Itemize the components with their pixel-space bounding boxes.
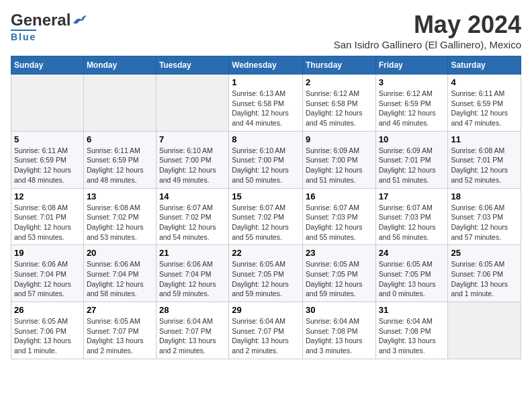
logo-general: General (11, 11, 71, 30)
calendar-cell: 18Sunrise: 6:06 AMSunset: 7:03 PMDayligh… (448, 188, 521, 245)
logo: General Blue (11, 11, 87, 42)
day-number: 30 (306, 305, 373, 315)
day-number: 22 (232, 248, 300, 258)
calendar-cell: 16Sunrise: 6:07 AMSunset: 7:03 PMDayligh… (302, 188, 375, 245)
header-saturday: Saturday (448, 56, 521, 75)
day-number: 11 (451, 134, 518, 144)
day-number: 29 (232, 305, 300, 315)
day-number: 12 (14, 191, 81, 201)
day-info: Sunrise: 6:10 AMSunset: 7:00 PMDaylight:… (159, 146, 226, 185)
calendar-cell: 2Sunrise: 6:12 AMSunset: 6:58 PMDaylight… (302, 75, 375, 132)
day-number: 28 (159, 305, 226, 315)
calendar-cell: 8Sunrise: 6:10 AMSunset: 7:00 PMDaylight… (229, 131, 303, 188)
day-number: 21 (159, 248, 226, 258)
calendar-week-2: 5Sunrise: 6:11 AMSunset: 6:59 PMDaylight… (11, 131, 521, 188)
calendar-cell: 27Sunrise: 6:05 AMSunset: 7:07 PMDayligh… (83, 302, 156, 359)
calendar-cell: 24Sunrise: 6:05 AMSunset: 7:05 PMDayligh… (375, 245, 448, 302)
calendar-cell: 15Sunrise: 6:07 AMSunset: 7:02 PMDayligh… (229, 188, 303, 245)
day-info: Sunrise: 6:09 AMSunset: 7:01 PMDaylight:… (379, 146, 445, 185)
calendar-cell: 11Sunrise: 6:08 AMSunset: 7:01 PMDayligh… (448, 131, 521, 188)
day-info: Sunrise: 6:04 AMSunset: 7:07 PMDaylight:… (159, 316, 226, 356)
calendar-cell: 10Sunrise: 6:09 AMSunset: 7:01 PMDayligh… (375, 131, 448, 188)
header-wednesday: Wednesday (229, 56, 303, 75)
calendar-cell: 3Sunrise: 6:12 AMSunset: 6:59 PMDaylight… (375, 75, 448, 132)
day-info: Sunrise: 6:09 AMSunset: 7:00 PMDaylight:… (306, 146, 373, 185)
day-info: Sunrise: 6:05 AMSunset: 7:05 PMDaylight:… (379, 259, 445, 299)
header-friday: Friday (375, 56, 448, 75)
day-info: Sunrise: 6:13 AMSunset: 6:58 PMDaylight:… (232, 89, 300, 128)
day-number: 8 (232, 134, 300, 144)
calendar-cell: 19Sunrise: 6:06 AMSunset: 7:04 PMDayligh… (11, 245, 84, 302)
calendar-cell: 12Sunrise: 6:08 AMSunset: 7:01 PMDayligh… (11, 188, 84, 245)
day-info: Sunrise: 6:07 AMSunset: 7:02 PMDaylight:… (232, 203, 300, 242)
calendar-cell: 20Sunrise: 6:06 AMSunset: 7:04 PMDayligh… (83, 245, 156, 302)
day-number: 26 (14, 305, 81, 315)
calendar-cell (83, 75, 156, 132)
day-info: Sunrise: 6:04 AMSunset: 7:07 PMDaylight:… (232, 316, 300, 356)
day-info: Sunrise: 6:06 AMSunset: 7:04 PMDaylight:… (14, 259, 81, 299)
calendar-cell: 22Sunrise: 6:05 AMSunset: 7:05 PMDayligh… (229, 245, 303, 302)
day-number: 15 (232, 191, 300, 201)
day-info: Sunrise: 6:06 AMSunset: 7:03 PMDaylight:… (451, 203, 518, 242)
day-number: 2 (306, 77, 373, 87)
day-info: Sunrise: 6:10 AMSunset: 7:00 PMDaylight:… (232, 146, 300, 185)
calendar-cell: 30Sunrise: 6:04 AMSunset: 7:08 PMDayligh… (302, 302, 375, 359)
calendar-cell (11, 75, 84, 132)
day-info: Sunrise: 6:05 AMSunset: 7:05 PMDaylight:… (306, 259, 373, 299)
logo-blue: Blue (11, 30, 36, 42)
calendar-cell: 26Sunrise: 6:05 AMSunset: 7:06 PMDayligh… (11, 302, 84, 359)
day-info: Sunrise: 6:04 AMSunset: 7:08 PMDaylight:… (379, 316, 445, 356)
calendar-cell: 17Sunrise: 6:07 AMSunset: 7:03 PMDayligh… (375, 188, 448, 245)
calendar-cell: 13Sunrise: 6:08 AMSunset: 7:02 PMDayligh… (83, 188, 156, 245)
day-info: Sunrise: 6:12 AMSunset: 6:58 PMDaylight:… (306, 89, 373, 128)
day-info: Sunrise: 6:08 AMSunset: 7:01 PMDaylight:… (14, 203, 81, 242)
header-tuesday: Tuesday (156, 56, 228, 75)
day-number: 14 (159, 191, 226, 201)
calendar-week-4: 19Sunrise: 6:06 AMSunset: 7:04 PMDayligh… (11, 245, 521, 302)
day-info: Sunrise: 6:12 AMSunset: 6:59 PMDaylight:… (379, 89, 445, 128)
day-info: Sunrise: 6:05 AMSunset: 7:05 PMDaylight:… (232, 259, 300, 299)
day-info: Sunrise: 6:11 AMSunset: 6:59 PMDaylight:… (87, 146, 153, 185)
day-number: 3 (379, 77, 445, 87)
day-number: 9 (306, 134, 373, 144)
day-info: Sunrise: 6:06 AMSunset: 7:04 PMDaylight:… (159, 259, 226, 299)
calendar-cell: 14Sunrise: 6:07 AMSunset: 7:02 PMDayligh… (156, 188, 228, 245)
calendar-cell (156, 75, 228, 132)
day-number: 10 (379, 134, 445, 144)
day-number: 7 (159, 134, 226, 144)
day-number: 25 (451, 248, 518, 258)
calendar-title: May 2024 (334, 11, 521, 39)
calendar-cell: 29Sunrise: 6:04 AMSunset: 7:07 PMDayligh… (229, 302, 303, 359)
day-number: 24 (379, 248, 445, 258)
calendar-header-row: Sunday Monday Tuesday Wednesday Thursday… (11, 56, 521, 75)
day-number: 13 (87, 191, 153, 201)
header-sunday: Sunday (11, 56, 84, 75)
day-info: Sunrise: 6:06 AMSunset: 7:04 PMDaylight:… (87, 259, 153, 299)
calendar-cell: 4Sunrise: 6:11 AMSunset: 6:59 PMDaylight… (448, 75, 521, 132)
day-info: Sunrise: 6:05 AMSunset: 7:07 PMDaylight:… (87, 316, 153, 356)
page-header: General Blue May 2024 San Isidro Galline… (11, 11, 521, 50)
calendar-cell: 21Sunrise: 6:06 AMSunset: 7:04 PMDayligh… (156, 245, 228, 302)
day-number: 4 (451, 77, 518, 87)
calendar-cell: 6Sunrise: 6:11 AMSunset: 6:59 PMDaylight… (83, 131, 156, 188)
day-number: 1 (232, 77, 300, 87)
calendar-cell: 28Sunrise: 6:04 AMSunset: 7:07 PMDayligh… (156, 302, 228, 359)
calendar-cell: 9Sunrise: 6:09 AMSunset: 7:00 PMDaylight… (302, 131, 375, 188)
calendar-week-3: 12Sunrise: 6:08 AMSunset: 7:01 PMDayligh… (11, 188, 521, 245)
calendar-cell: 5Sunrise: 6:11 AMSunset: 6:59 PMDaylight… (11, 131, 84, 188)
calendar-week-1: 1Sunrise: 6:13 AMSunset: 6:58 PMDaylight… (11, 75, 521, 132)
day-info: Sunrise: 6:07 AMSunset: 7:03 PMDaylight:… (306, 203, 373, 242)
day-number: 6 (87, 134, 153, 144)
calendar-cell: 31Sunrise: 6:04 AMSunset: 7:08 PMDayligh… (375, 302, 448, 359)
day-number: 31 (379, 305, 445, 315)
day-info: Sunrise: 6:04 AMSunset: 7:08 PMDaylight:… (306, 316, 373, 356)
title-block: May 2024 San Isidro Gallinero (El Gallin… (334, 11, 521, 50)
day-number: 17 (379, 191, 445, 201)
calendar-table: Sunday Monday Tuesday Wednesday Thursday… (11, 56, 521, 359)
day-info: Sunrise: 6:05 AMSunset: 7:06 PMDaylight:… (451, 259, 518, 299)
logo-bird-icon (72, 14, 87, 26)
day-number: 27 (87, 305, 153, 315)
day-info: Sunrise: 6:11 AMSunset: 6:59 PMDaylight:… (14, 146, 81, 185)
calendar-cell: 7Sunrise: 6:10 AMSunset: 7:00 PMDaylight… (156, 131, 228, 188)
day-number: 23 (306, 248, 373, 258)
